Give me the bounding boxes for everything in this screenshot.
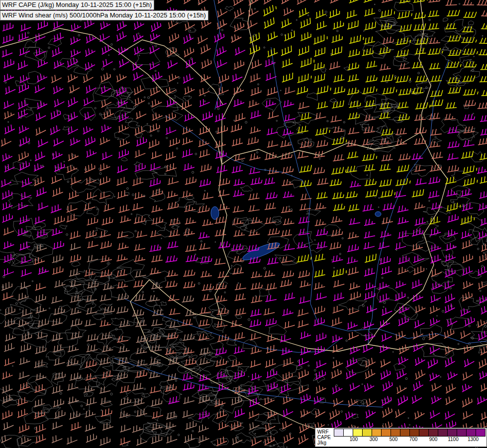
legend-swatch — [381, 429, 391, 437]
legend-label-line: CAPE — [317, 435, 331, 440]
legend-label-line: WRF — [317, 429, 331, 435]
legend-tick: 500 — [390, 437, 398, 442]
legend-swatch-row — [334, 429, 486, 437]
legend-tick: 1100 — [448, 437, 459, 442]
legend-swatch — [457, 429, 467, 437]
legend-swatch — [334, 429, 344, 437]
legend-swatch — [400, 429, 410, 437]
legend-swatch — [476, 429, 486, 437]
legend-swatch — [466, 429, 476, 437]
legend-tick: 300 — [370, 437, 378, 442]
legend-swatch — [438, 429, 448, 437]
legend-label: WRF CAPE J/kg — [315, 428, 333, 447]
map-canvas — [0, 0, 487, 448]
legend-tick: 700 — [409, 437, 418, 442]
legend-swatch — [343, 429, 353, 437]
cape-legend: WRF CAPE J/kg 10030050070090011001300150… — [315, 428, 487, 447]
map-title-shear: WRF Wind shear (m/s) 500/1000hPa Monday … — [0, 10, 208, 20]
legend-label-line: J/kg — [317, 440, 331, 446]
legend-swatch — [372, 429, 382, 437]
legend-swatch — [409, 429, 419, 437]
map-title-cape: WRF CAPE (J/kg) Monday 10-11-2025 15:00 … — [0, 0, 154, 10]
legend-tick: 100 — [350, 437, 358, 442]
legend-swatch — [428, 429, 438, 437]
legend-tick: 900 — [429, 437, 438, 442]
weather-map: WRF CAPE (J/kg) Monday 10-11-2025 15:00 … — [0, 0, 487, 448]
legend-tick: 1300 — [468, 437, 479, 442]
legend-swatch — [353, 429, 363, 437]
legend-scale: 100300500700900110013001500 — [333, 428, 487, 447]
legend-swatch — [447, 429, 457, 437]
legend-swatch — [390, 429, 400, 437]
legend-tick-row: 100300500700900110013001500 — [334, 437, 486, 443]
legend-swatch — [362, 429, 372, 437]
legend-swatch — [419, 429, 429, 437]
